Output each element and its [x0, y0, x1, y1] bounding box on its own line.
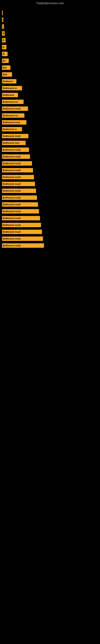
- bar-row: Bottleneck result: [2, 167, 98, 174]
- bar-item: |: [2, 24, 4, 29]
- bar-row: Bottleneck re: [2, 85, 98, 91]
- bar-label: Bottleneck result: [3, 108, 21, 110]
- bar-item: Bottleneck result: [2, 216, 40, 220]
- bar-label: Bott: [3, 73, 7, 76]
- bar-row: B: [2, 30, 98, 37]
- bar-row: Bottleneck result: [2, 201, 98, 208]
- bar-label: Bottleneck result: [3, 196, 21, 199]
- bar-row: Bottleneck result: [2, 133, 98, 139]
- bar-label: Bottlenec: [3, 80, 13, 82]
- bar-item: Bottleneck re: [2, 127, 22, 132]
- bar-row: Bottleneck result: [2, 194, 98, 201]
- bar-row: Bottleneck res: [2, 98, 98, 105]
- bar-row: |: [2, 23, 98, 30]
- bar-label: Bottleneck result: [3, 155, 21, 158]
- bar-row: Bott: [2, 71, 98, 78]
- bar-row: |: [2, 16, 98, 23]
- bar-row: Bottleneck re: [2, 126, 98, 132]
- bar-label: B: [3, 53, 4, 55]
- bar-label: Bottleneck result: [3, 190, 21, 192]
- bar-item: Bottleneck result: [2, 168, 33, 172]
- bar-label: Bottleneck result: [3, 224, 21, 226]
- bar-item: Bot: [2, 66, 10, 70]
- bar-item: Bottleneck result: [2, 134, 28, 138]
- bar-item: Bottleneck: [2, 93, 18, 97]
- bar-row: Bottleneck result: [2, 228, 98, 235]
- bar-label: Bottleneck result: [3, 148, 21, 151]
- bar-item: Bottleneck result: [2, 223, 41, 227]
- bar-item: |: [2, 18, 3, 22]
- bar-label: Bottleneck result: [3, 238, 21, 240]
- bar-label: |: [3, 18, 3, 21]
- bar-item: B: [2, 45, 6, 49]
- bar-label: Bottleneck result: [3, 162, 21, 164]
- bar-row: Bottleneck result: [2, 208, 98, 214]
- bar-row: Bottleneck result: [2, 215, 98, 222]
- bar-row: Bottleneck result: [2, 236, 98, 242]
- bar-item: Bottleneck resul: [2, 120, 26, 124]
- bar-row: B: [2, 44, 98, 50]
- bar-row: Bottleneck result: [2, 188, 98, 194]
- bar-item: B: [2, 31, 5, 36]
- bar-item: B: [2, 38, 6, 42]
- bar-row: Bottleneck result: [2, 181, 98, 187]
- bar-label: Bottleneck re: [3, 87, 17, 89]
- bar-label: Bottleneck res: [3, 114, 18, 117]
- bar-item: Bottleneck result: [2, 148, 29, 152]
- bars-container: |||BBBBBoBotBottBottlenecBottleneck reBo…: [0, 6, 100, 253]
- bar-row: Bottlenec: [2, 78, 98, 84]
- bar-item: Bottleneck result: [2, 154, 30, 159]
- bar-item: Bottleneck res: [2, 113, 24, 118]
- bar-item: Bottleneck result: [2, 161, 32, 166]
- bar-label: Bottleneck re: [3, 128, 17, 130]
- bar-item: Bo: [2, 58, 9, 63]
- bar-item: Bottleneck res: [2, 100, 24, 104]
- bar-label: Bottleneck result: [3, 169, 21, 172]
- bar-label: Bottleneck result: [3, 203, 21, 206]
- bar-label: Bottleneck resul: [3, 121, 20, 124]
- bar-row: Bottleneck resu: [2, 140, 98, 146]
- bar-item: Bottleneck result: [2, 230, 42, 234]
- bar-row: B: [2, 51, 98, 57]
- bar-row: Bottleneck: [2, 92, 98, 98]
- bar-item: Bott: [2, 72, 12, 77]
- bar-item: Bottleneck resu: [2, 141, 26, 145]
- bar-label: B: [3, 32, 4, 34]
- bar-item: Bottlenec: [2, 79, 16, 84]
- bar-label: B: [3, 39, 4, 42]
- bar-item: B: [2, 52, 8, 56]
- bar-item: Bottleneck result: [2, 202, 38, 207]
- bar-label: Bottleneck result: [3, 217, 21, 219]
- bar-item: Bottleneck result: [2, 188, 36, 193]
- bar-label: Bottleneck result: [3, 176, 21, 178]
- bar-label: Bottleneck result: [3, 244, 21, 247]
- bar-item: Bottleneck result: [2, 236, 43, 241]
- bar-row: Bottleneck result: [2, 174, 98, 180]
- bar-item: Bottleneck result: [2, 106, 28, 111]
- bar-label: Bottleneck: [3, 94, 14, 96]
- bar-item: Bottleneck re: [2, 86, 22, 90]
- bar-row: Bottleneck result: [2, 222, 98, 228]
- bar-label: Bottleneck result: [3, 183, 21, 185]
- bar-row: B: [2, 37, 98, 44]
- bar-row: |: [2, 10, 98, 16]
- site-title: TheBottlenecker.com: [0, 0, 100, 6]
- bar-item: Bottleneck result: [2, 182, 35, 186]
- bar-row: Bottleneck result: [2, 146, 98, 153]
- bar-item: Bottleneck result: [2, 175, 34, 179]
- bar-row: Bottleneck result: [2, 242, 98, 249]
- bar-row: Bottleneck resul: [2, 119, 98, 126]
- bar-item: |: [2, 11, 3, 15]
- bar-row: Bo: [2, 58, 98, 64]
- bar-item: Bottleneck result: [2, 243, 44, 248]
- bar-label: Bottleneck resu: [3, 142, 19, 144]
- bar-label: Bottleneck result: [3, 210, 21, 212]
- bar-label: Bottleneck result: [3, 231, 21, 233]
- bar-label: B: [3, 46, 4, 48]
- bar-row: Bottleneck result: [2, 153, 98, 160]
- bar-label: Bottleneck res: [3, 100, 18, 103]
- bar-row: Bot: [2, 64, 98, 71]
- bar-item: Bottleneck result: [2, 209, 39, 214]
- bar-row: Bottleneck result: [2, 106, 98, 112]
- bar-row: Bottleneck result: [2, 160, 98, 167]
